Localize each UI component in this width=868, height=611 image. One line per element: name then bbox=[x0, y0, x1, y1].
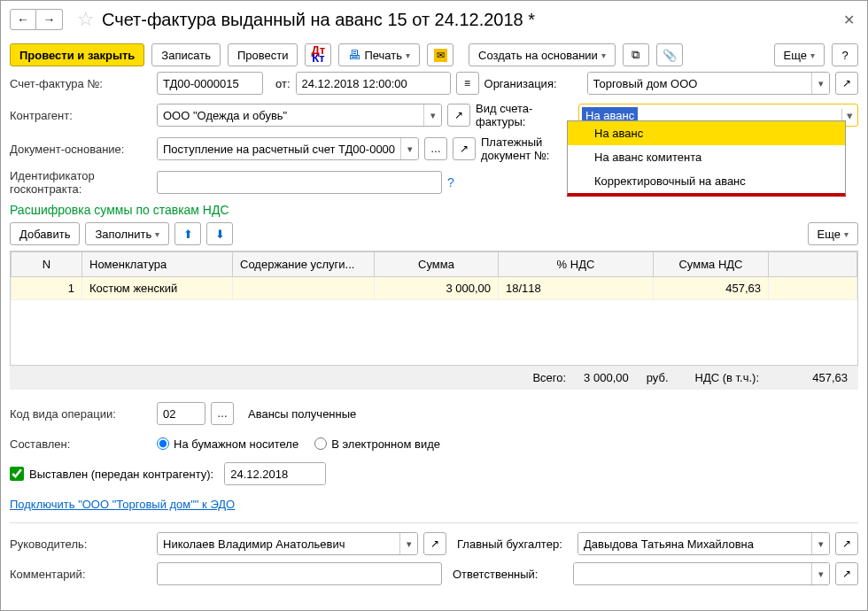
save-button[interactable]: Записать bbox=[151, 43, 221, 66]
close-icon[interactable]: ✕ bbox=[840, 8, 858, 32]
col-vat: % НДС bbox=[499, 252, 654, 277]
col-n: N bbox=[12, 252, 82, 277]
date-input[interactable] bbox=[297, 73, 451, 94]
basis-input[interactable] bbox=[158, 138, 400, 159]
edo-link[interactable]: Подключить "ООО "Торговый дом"" к ЭДО bbox=[10, 498, 235, 511]
post-button[interactable]: Провести bbox=[228, 43, 298, 66]
org-input[interactable] bbox=[588, 73, 811, 94]
email-button[interactable]: ✉ bbox=[427, 43, 453, 66]
move-up-button[interactable]: ⬆ bbox=[174, 222, 201, 245]
contract-id-label: Идентификатор госконтракта: bbox=[10, 169, 151, 196]
nav-back-button[interactable]: ← bbox=[10, 9, 36, 30]
invoice-number-label: Счет-фактура №: bbox=[10, 77, 151, 90]
contragent-label: Контрагент: bbox=[10, 109, 151, 122]
cell-sum: 3 000,00 bbox=[375, 277, 499, 300]
issued-date-group: 📅 bbox=[224, 462, 326, 485]
date-ref-button[interactable]: ≡ bbox=[456, 72, 479, 95]
org-input-group: ▾ bbox=[587, 72, 830, 95]
accountant-open-button[interactable]: ↗ bbox=[835, 532, 858, 555]
nav-forward-button[interactable]: → bbox=[36, 9, 63, 30]
issued-checkbox[interactable] bbox=[10, 467, 24, 481]
director-input[interactable] bbox=[158, 533, 399, 554]
director-label: Руководитель: bbox=[10, 538, 151, 551]
radio-paper[interactable] bbox=[157, 437, 169, 450]
table-row[interactable]: 1 Костюм женский 3 000,00 18/118 457,63 bbox=[12, 277, 857, 300]
add-row-button[interactable]: Добавить bbox=[10, 222, 80, 245]
accountant-label: Главный бухгалтер: bbox=[457, 538, 572, 551]
radio-paper-label[interactable]: На бумажном носителе bbox=[157, 437, 298, 451]
issued-label: Выставлен (передан контрагенту): bbox=[29, 468, 213, 481]
comment-label: Комментарий: bbox=[10, 568, 151, 581]
col-sum: Сумма bbox=[375, 252, 499, 277]
cell-vat: 18/118 bbox=[499, 277, 654, 300]
basis-open-button[interactable]: ↗ bbox=[453, 137, 476, 160]
arrow-down-icon: ⬇ bbox=[215, 228, 225, 241]
director-dropdown-icon[interactable]: ▾ bbox=[399, 533, 417, 554]
dropdown-item-korrekt[interactable]: Корректировочный на аванс bbox=[568, 169, 845, 193]
help-button[interactable]: ? bbox=[832, 43, 858, 66]
currency-label: руб. bbox=[647, 371, 669, 384]
opcode-text: Авансы полученные bbox=[248, 407, 356, 421]
responsible-label: Ответственный: bbox=[453, 568, 568, 581]
toolbar: Провести и закрыть Записать Провести ДтК… bbox=[1, 38, 867, 72]
col-vatsum: Сумма НДС bbox=[654, 252, 769, 277]
contragent-dropdown-icon[interactable]: ▾ bbox=[423, 104, 441, 126]
radio-electronic-label[interactable]: В электронном виде bbox=[314, 437, 440, 451]
responsible-dropdown-icon[interactable]: ▾ bbox=[811, 563, 829, 584]
dtkt-icon: ДтКт bbox=[312, 47, 326, 63]
issued-date-input[interactable] bbox=[225, 463, 326, 484]
post-and-close-button[interactable]: Провести и закрыть bbox=[10, 43, 144, 66]
radio-electronic[interactable] bbox=[314, 437, 327, 450]
accountant-dropdown-icon[interactable]: ▾ bbox=[811, 533, 829, 554]
total-value: 3 000,00 bbox=[584, 371, 629, 384]
director-input-group: ▾ bbox=[157, 532, 418, 555]
arrow-up-icon: ⬆ bbox=[183, 228, 193, 241]
invoice-number-input[interactable] bbox=[157, 72, 263, 95]
director-open-button[interactable]: ↗ bbox=[423, 532, 446, 555]
dropdown-item-na-avans-komitenta[interactable]: На аванс комитента bbox=[568, 145, 845, 169]
invoice-type-label: Вид счета-фактуры: bbox=[476, 102, 573, 128]
structure-icon: ⧉ bbox=[632, 48, 639, 62]
cell-item: Костюм женский bbox=[82, 277, 233, 300]
more-button[interactable]: Еще bbox=[774, 43, 825, 66]
table-more-button[interactable]: Еще bbox=[808, 222, 858, 245]
mail-icon: ✉ bbox=[434, 49, 447, 62]
responsible-open-button[interactable]: ↗ bbox=[835, 562, 858, 585]
create-based-button[interactable]: Создать на основании bbox=[469, 43, 616, 66]
org-open-button[interactable]: ↗ bbox=[835, 72, 858, 95]
help-icon[interactable]: ? bbox=[447, 175, 454, 189]
contragent-input[interactable] bbox=[158, 104, 423, 126]
vat-breakdown-title: Расшифровка суммы по ставкам НДС bbox=[10, 203, 858, 217]
opcode-input[interactable] bbox=[157, 402, 205, 425]
accountant-input-group: ▾ bbox=[577, 532, 830, 555]
print-button[interactable]: 🖶 Печать bbox=[338, 43, 420, 66]
col-desc: Содержание услуги... bbox=[233, 252, 375, 277]
responsible-input[interactable] bbox=[574, 563, 811, 584]
structure-button[interactable]: ⧉ bbox=[623, 43, 649, 66]
comment-input[interactable] bbox=[157, 562, 442, 585]
opcode-pick-button[interactable]: … bbox=[211, 402, 234, 425]
dropdown-item-na-avans[interactable]: На аванс bbox=[568, 121, 845, 145]
contragent-open-button[interactable]: ↗ bbox=[447, 104, 470, 127]
cell-desc bbox=[233, 277, 375, 300]
org-label: Организация: bbox=[484, 77, 582, 90]
basis-pick-button[interactable]: … bbox=[424, 137, 447, 160]
move-down-button[interactable]: ⬇ bbox=[206, 222, 233, 245]
org-dropdown-icon[interactable]: ▾ bbox=[811, 73, 829, 94]
accountant-input[interactable] bbox=[578, 533, 811, 554]
date-input-group: 📅 bbox=[296, 72, 451, 95]
vat-label: НДС (в т.ч.): bbox=[695, 371, 760, 384]
items-table: N Номенклатура Содержание услуги... Сумм… bbox=[11, 251, 857, 300]
attach-button[interactable]: 📎 bbox=[656, 43, 683, 66]
printer-icon: 🖶 bbox=[348, 48, 360, 62]
basis-dropdown-icon[interactable]: ▾ bbox=[400, 138, 418, 159]
opcode-label: Код вида операции: bbox=[10, 407, 151, 421]
contract-id-input[interactable] bbox=[157, 171, 442, 194]
payment-doc-label: Платежный документ №: bbox=[481, 135, 578, 162]
dtkt-button[interactable]: ДтКт bbox=[305, 43, 331, 66]
favorite-star-icon[interactable]: ☆ bbox=[77, 8, 95, 31]
items-table-wrap: N Номенклатура Содержание услуги... Сумм… bbox=[10, 251, 858, 366]
fill-button[interactable]: Заполнить bbox=[85, 222, 169, 245]
totals-bar: Всего: 3 000,00 руб. НДС (в т.ч.): 457,6… bbox=[10, 366, 858, 390]
window-title: Счет-фактура выданный на аванс 15 от 24.… bbox=[102, 10, 840, 30]
